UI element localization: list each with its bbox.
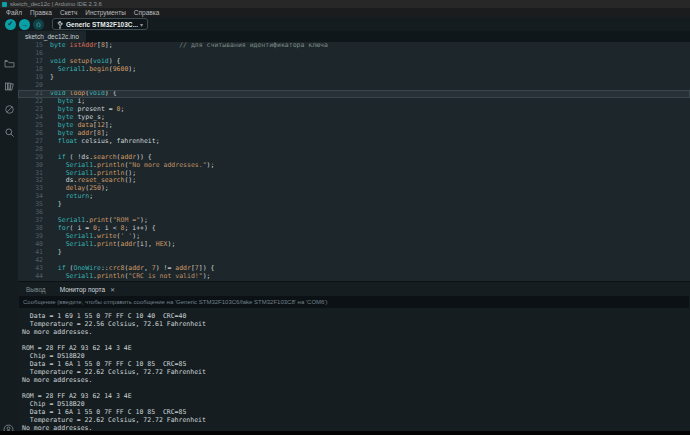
serial-monitor-output[interactable]: Data = 1 69 1 55 0 7F FF C 10 40 CRC=40 … xyxy=(18,308,690,432)
line-number: 17 xyxy=(18,58,50,66)
serial-output-line: Data = 1 69 1 55 0 7F FF C 10 40 CRC=40 xyxy=(22,312,690,320)
line-number: 43 xyxy=(18,265,50,273)
editor-tab-bar: sketch_dec12c.ino xyxy=(18,31,690,42)
books-icon xyxy=(4,78,15,96)
sidebar-item-sketchbook[interactable] xyxy=(3,58,15,70)
serial-output-line xyxy=(22,384,690,392)
line-number: 41 xyxy=(18,249,50,257)
code-line[interactable]: 27 float celsius, fahrenheit; xyxy=(18,138,690,146)
line-number: 32 xyxy=(18,177,50,185)
editor-panel-area: sketch_dec12c.ino 15byte istAddr[8]; // … xyxy=(18,31,690,435)
code-line[interactable]: 40 Serial1.print(addr[i], HEX); xyxy=(18,241,690,249)
code-line[interactable]: 18 Serial1.begin(9600); xyxy=(18,66,690,74)
code-line[interactable]: 20 xyxy=(18,82,690,90)
serial-monitor-tab-label: Монитор порта xyxy=(60,286,105,293)
close-icon[interactable]: ✕ xyxy=(110,286,115,293)
panel-tab-bar: Вывод Монитор порта ✕ xyxy=(18,282,690,296)
code-line[interactable]: 32 ds.reset_search(); xyxy=(18,177,690,185)
line-number: 37 xyxy=(18,217,50,225)
serial-message-input[interactable]: Сообщение (введите, чтобы отправить сооб… xyxy=(19,296,689,308)
tab-output[interactable]: Вывод xyxy=(19,286,53,293)
menu-bar: ФайлПравкаСкетчИнструментыСправка xyxy=(0,8,690,17)
line-number: 34 xyxy=(18,193,50,201)
code-line[interactable]: 41 } xyxy=(18,249,690,257)
code-line[interactable]: 44 Serial1.println("CRC is not valid!"); xyxy=(18,273,690,281)
line-number: 39 xyxy=(18,233,50,241)
upload-button[interactable]: → xyxy=(19,19,30,30)
line-number: 38 xyxy=(18,225,50,233)
line-number: 35 xyxy=(18,201,50,209)
code-text: float celsius, fahrenheit; xyxy=(50,138,160,146)
board-selector[interactable]: Generic STM32F103C… ▾ xyxy=(52,18,148,30)
code-line[interactable]: 15byte istAddr[8]; // для считывания иде… xyxy=(18,42,690,50)
title-bar: sketch_dec12c | Arduino IDE 2.3.6 xyxy=(0,0,690,8)
serial-output-line: Temperature = 22.62 Celsius, 72.72 Fahre… xyxy=(22,416,690,424)
sidebar-item-library-manager[interactable] xyxy=(3,81,15,93)
serial-output-line: ROM = 28 FF A2 93 62 14 3 4E xyxy=(22,344,690,352)
code-line[interactable]: 35 } xyxy=(18,201,690,209)
serial-output-line xyxy=(22,336,690,344)
bottom-panel: Вывод Монитор порта ✕ Сообщение (введите… xyxy=(18,281,690,435)
code-editor[interactable]: 15byte istAddr[8]; // для считывания иде… xyxy=(18,42,690,281)
sidebar-item-debug[interactable] xyxy=(3,104,15,116)
code-line[interactable]: 33 delay(250); xyxy=(18,185,690,193)
line-number: 26 xyxy=(18,130,50,138)
bug-icon xyxy=(35,21,42,28)
activity-bar xyxy=(0,31,18,435)
tab-sketch[interactable]: sketch_dec12c.ino xyxy=(18,31,86,42)
line-number: 31 xyxy=(18,170,50,178)
toolbar: ✓ → Generic STM32F103C… xyxy=(0,17,690,31)
line-number: 21 xyxy=(18,90,50,98)
arduino-ide-window: sketch_dec12c | Arduino IDE 2.3.6 ФайлПр… xyxy=(0,0,690,435)
line-number: 20 xyxy=(18,82,50,90)
menu-item[interactable]: Справка xyxy=(130,8,164,17)
code-line[interactable]: 19} xyxy=(18,74,690,82)
code-line[interactable]: 34 return; xyxy=(18,193,690,201)
line-number: 33 xyxy=(18,185,50,193)
line-number: 25 xyxy=(18,122,50,130)
line-number: 23 xyxy=(18,106,50,114)
menu-item[interactable]: Скетч xyxy=(56,8,81,17)
bottom-edge xyxy=(0,431,690,435)
code-text: byte istAddr[8]; // для считывания идент… xyxy=(50,42,328,50)
search-icon xyxy=(4,124,15,142)
circle-slash-icon xyxy=(4,101,15,119)
code-text: } xyxy=(50,249,62,257)
code-line[interactable]: 21void loop(void) { xyxy=(18,90,690,98)
code-line[interactable]: 25 byte data[12]; xyxy=(18,122,690,130)
line-number: 36 xyxy=(18,209,50,217)
code-line[interactable]: 23 byte present = 0; xyxy=(18,106,690,114)
line-number: 44 xyxy=(18,273,50,281)
serial-output-line: Chip = DS18B20 xyxy=(22,400,690,408)
menu-item[interactable]: Файл xyxy=(2,8,26,17)
right-arrow-icon: → xyxy=(21,21,28,28)
code-line[interactable]: 24 byte type_s; xyxy=(18,114,690,122)
arduino-logo-icon xyxy=(2,2,7,7)
serial-output-line: No more addresses. xyxy=(22,376,690,384)
folder-icon xyxy=(4,55,15,73)
serial-output-line: Data = 1 6A 1 55 0 7F FF C 10 85 CRC=85 xyxy=(22,408,690,416)
debug-button[interactable] xyxy=(33,19,44,30)
menu-item[interactable]: Инструменты xyxy=(81,8,130,17)
line-number: 42 xyxy=(18,257,50,265)
verify-button[interactable]: ✓ xyxy=(5,19,16,30)
line-number: 19 xyxy=(18,74,50,82)
line-number: 29 xyxy=(18,154,50,162)
serial-output-line: Data = 1 6A 1 55 0 7F FF C 10 85 CRC=85 xyxy=(22,360,690,368)
line-number: 40 xyxy=(18,241,50,249)
serial-output-line: Temperature = 22.56 Celsius, 72.61 Fahre… xyxy=(22,320,690,328)
serial-output-line: Chip = DS18B20 xyxy=(22,352,690,360)
window-title: sketch_dec12c | Arduino IDE 2.3.6 xyxy=(10,0,102,8)
sidebar-item-search[interactable] xyxy=(3,127,15,139)
code-text: } xyxy=(50,74,54,82)
code-text: Serial1.print(addr[i], HEX); xyxy=(50,241,175,249)
serial-output-line: ROM = 28 FF A2 93 62 14 3 4E xyxy=(22,392,690,400)
code-text: } xyxy=(50,201,62,209)
usb-icon xyxy=(57,19,63,29)
menu-item[interactable]: Правка xyxy=(26,8,56,17)
line-number: 22 xyxy=(18,98,50,106)
line-number: 16 xyxy=(18,50,50,58)
tab-serial-monitor[interactable]: Монитор порта ✕ xyxy=(53,286,122,293)
line-number: 18 xyxy=(18,66,50,74)
chevron-down-icon: ▾ xyxy=(140,21,143,28)
